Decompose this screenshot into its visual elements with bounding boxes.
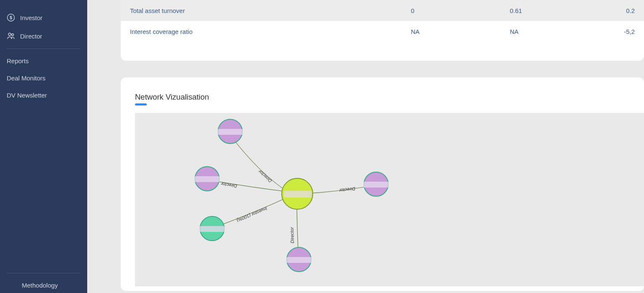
svg-text:$: $ (10, 15, 12, 20)
edge-label: Director (289, 226, 295, 243)
ratio-cell: 0.61 (510, 7, 609, 14)
sidebar-item-deal-monitors[interactable]: Deal Monitors (7, 69, 80, 87)
sidebar-divider (7, 273, 80, 273)
sidebar-item-director[interactable]: Director (7, 27, 80, 45)
sidebar-item-dv-newsletter[interactable]: DV Newsletter (7, 87, 80, 104)
node-label-redacted (364, 182, 389, 188)
edge-label: Investor (100%) (236, 206, 268, 223)
sidebar-item-methodology[interactable]: Methodology (7, 277, 80, 289)
ratio-cell: NA (510, 28, 609, 35)
table-row: Interest coverage ratio NA NA -5,2 (121, 21, 644, 42)
main-content: Total asset turnover 0 0.61 0.2 Interest… (87, 0, 644, 293)
ratio-cell: 0 (411, 7, 510, 14)
graph-edge (229, 134, 292, 195)
ratio-label: Interest coverage ratio (130, 28, 411, 35)
table-row: Total asset turnover 0 0.61 0.2 (121, 0, 644, 21)
sidebar-item-label: Methodology (22, 282, 58, 289)
sidebar-item-reports[interactable]: Reports (7, 52, 80, 69)
investor-icon: $ (7, 13, 15, 22)
section-title: Network Vizualisation (135, 93, 644, 102)
ratio-label: Total asset turnover (130, 7, 411, 14)
ratio-cell: -5,2 (609, 28, 635, 35)
sidebar-item-label: DV Newsletter (7, 92, 47, 99)
sidebar-divider (7, 49, 80, 49)
network-viz-card: Network Vizualisation Director Director … (121, 77, 644, 291)
sidebar-item-investor[interactable]: $ Investor (7, 8, 80, 27)
sidebar-item-label: Deal Monitors (7, 75, 46, 82)
title-underline (135, 103, 147, 105)
edge-label: Director (338, 186, 356, 193)
sidebar-item-label: Investor (20, 14, 42, 21)
svg-point-3 (12, 34, 14, 36)
node-label-redacted (218, 129, 243, 135)
edge-label: Director (220, 181, 237, 189)
edge-label: Director (257, 169, 273, 184)
node-label-redacted (284, 191, 312, 198)
node-label-redacted (195, 176, 220, 182)
ratio-cell: NA (411, 28, 510, 35)
node-label-redacted (200, 226, 225, 232)
sidebar-item-label: Director (20, 33, 42, 40)
node-label-redacted (286, 257, 312, 263)
network-viz-panel[interactable]: Director Director Investor (100%) Direct… (135, 113, 644, 286)
ratio-cell: 0.2 (609, 7, 635, 14)
network-graph[interactable]: Director Director Investor (100%) Direct… (135, 113, 638, 286)
sidebar-item-label: Reports (7, 57, 29, 64)
sidebar: $ Investor Director Reports Deal Monitor… (0, 0, 87, 293)
director-icon (7, 32, 15, 40)
svg-point-2 (8, 33, 11, 36)
ratio-table-card: Total asset turnover 0 0.61 0.2 Interest… (121, 0, 644, 61)
